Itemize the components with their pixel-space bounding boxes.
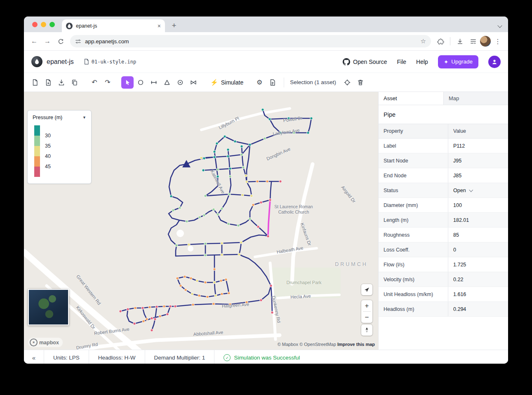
collapse-statusbar-button[interactable]: « [24,350,44,364]
maximize-window-button[interactable] [49,22,55,27]
property-value[interactable]: Open [448,183,508,198]
legend-break-label: 30 [45,133,51,139]
legend-break-label: 45 [45,164,51,169]
new-file-button[interactable] [29,76,41,89]
browser-menu-icon[interactable]: ⋮ [492,35,504,47]
forward-icon[interactable]: → [41,35,54,47]
table-row[interactable]: Diameter (mm)100 [379,198,508,213]
tab-asset[interactable]: Asset [379,92,443,105]
app-name: epanet-js [47,58,74,66]
property-value[interactable]: J95 [448,153,508,168]
map-canvas[interactable]: Lillyburn PlPowell DrLadyloan AveDongbin… [24,92,378,350]
redo-button[interactable]: ↷ [101,76,114,89]
app-header: epanet-js 01-uk-style.inp Open Source Fi… [24,51,508,73]
save-export-button[interactable] [55,76,68,89]
open-source-link[interactable]: Open Source [343,58,387,66]
legend-swatch [34,167,40,177]
demand-multiplier-status[interactable]: Demand Multiplier: 1 [145,350,215,364]
site-settings-icon[interactable] [75,38,81,45]
table-row[interactable]: Roughness85 [379,228,508,242]
close-window-button[interactable] [32,22,38,27]
property-value[interactable]: J85 [448,168,508,183]
table-row[interactable]: StatusOpen [379,183,508,198]
tank-tool-button[interactable] [174,76,186,89]
units-status[interactable]: Units: LPS [44,350,89,364]
copy-button[interactable] [68,76,81,89]
url-text: app.epanetjs.com [85,38,129,45]
property-name: Headloss (m) [379,302,448,316]
headloss-status[interactable]: Headloss: H-W [89,350,145,364]
back-icon[interactable]: ← [28,35,40,47]
delete-selection-button[interactable] [354,76,367,89]
simulation-status[interactable]: ✓ Simulation was Successful [214,350,309,364]
zoom-in-button[interactable]: + [361,300,372,311]
settings-gear-icon[interactable]: ⚙ [253,76,266,89]
asset-panel: Asset Map Pipe Property Value LabelP112S… [378,92,508,350]
table-row[interactable]: LabelP112 [379,139,508,153]
browser-window: epanet-js × + ← → app.epanetjs.com ☆ ⋮ [24,16,508,364]
tab-map[interactable]: Map [443,92,508,105]
property-value[interactable]: 0.294 [448,302,508,316]
address-bar[interactable]: app.epanetjs.com ☆ [70,35,431,47]
property-value[interactable]: 1.725 [448,257,508,272]
downloads-icon[interactable] [454,35,466,47]
geolocate-icon[interactable] [361,284,372,295]
attribution-mapbox[interactable]: © Mapbox [278,342,298,347]
improve-map-link[interactable]: Improve this map [337,342,375,347]
github-icon [343,58,350,66]
table-row[interactable]: Velocity (m/s)0.22 [379,272,508,287]
undo-button[interactable]: ↶ [88,76,101,89]
zoom-to-selection-icon[interactable] [341,76,353,89]
extensions-icon[interactable] [434,35,447,47]
table-row[interactable]: Flow (l/s)1.725 [379,257,508,272]
browser-profile-avatar[interactable] [480,36,491,47]
select-tool-button[interactable] [121,76,134,89]
account-avatar[interactable] [488,56,501,68]
property-value[interactable]: 100 [448,198,508,212]
compass-control[interactable] [361,324,372,336]
simulate-button[interactable]: ⚡ Simulate [206,76,247,89]
upgrade-button[interactable]: ✦ Upgrade [438,55,478,68]
reload-icon[interactable] [54,35,67,47]
property-table-body: LabelP112Start NodeJ95End NodeJ85StatusO… [379,139,508,317]
property-value[interactable]: 85 [448,228,508,242]
new-tab-button[interactable]: + [168,20,180,31]
table-row[interactable]: Start NodeJ95 [379,153,508,168]
property-value[interactable]: 0 [448,242,508,257]
property-value[interactable]: 0.22 [448,272,508,287]
table-row[interactable]: Loss Coeff.0 [379,242,508,257]
pipe-tool-button[interactable] [148,76,160,89]
table-row[interactable]: End NodeJ85 [379,168,508,183]
table-row[interactable]: Length (m)182.01 [379,213,508,228]
tab-close-icon[interactable]: × [158,23,161,29]
attribution-osm[interactable]: © OpenStreetMap [299,342,336,347]
open-file-button[interactable] [42,76,54,89]
property-value[interactable]: P112 [448,139,508,153]
bookmark-star-icon[interactable]: ☆ [421,38,426,45]
report-button[interactable] [266,76,279,89]
junction-tool-button[interactable] [134,76,147,89]
column-value: Value [448,124,508,138]
geolocate-control[interactable] [361,284,372,295]
file-menu[interactable]: File [397,59,407,65]
minimize-window-button[interactable] [41,22,46,27]
property-value[interactable]: 182.01 [448,213,508,227]
file-name-chip[interactable]: 01-uk-style.inp [84,59,136,65]
mini-map[interactable] [28,289,69,325]
valve-tool-button[interactable] [187,76,200,89]
browser-tab[interactable]: epanet-js × [62,19,165,32]
reservoir-tool-button[interactable] [161,76,173,89]
table-row[interactable]: Headloss (m)0.294 [379,302,508,317]
property-name: Roughness [379,228,448,242]
zoom-out-button[interactable]: − [361,312,372,323]
help-menu[interactable]: Help [416,59,428,65]
property-value[interactable]: 1.616 [448,287,508,301]
table-row[interactable]: Unit Headloss (m/km)1.616 [379,287,508,302]
reading-list-icon[interactable] [467,35,479,47]
legend-dropdown-icon[interactable]: ▼ [82,115,86,120]
compass-icon[interactable] [361,324,372,336]
mapbox-logo[interactable]: ✶ mapbox [28,338,63,347]
upgrade-gem-icon: ✦ [444,59,448,65]
window-controls [32,22,55,27]
tab-search-icon[interactable] [498,21,501,29]
